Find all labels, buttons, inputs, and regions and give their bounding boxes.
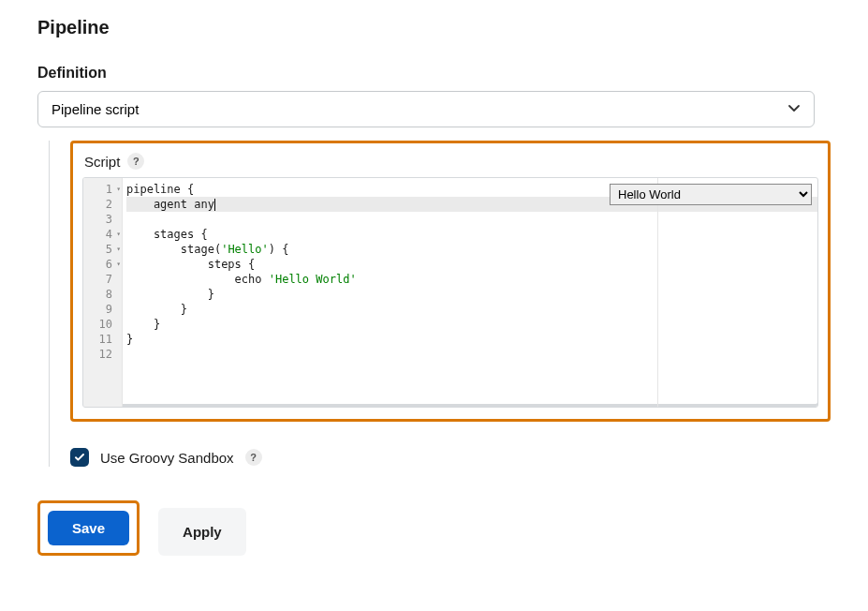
gutter-line: 4 bbox=[83, 227, 122, 242]
definition-select[interactable]: Pipeline script bbox=[37, 91, 815, 127]
code-line[interactable] bbox=[126, 212, 817, 227]
save-button[interactable]: Save bbox=[48, 511, 129, 545]
editor-cursor bbox=[214, 199, 215, 211]
editor-divider bbox=[657, 178, 658, 407]
code-line[interactable]: stage('Hello') { bbox=[126, 242, 817, 257]
code-line[interactable]: } bbox=[126, 287, 817, 302]
save-highlight-box: Save bbox=[37, 500, 140, 556]
gutter-line: 6 bbox=[83, 257, 122, 272]
sandbox-checkbox[interactable] bbox=[70, 448, 89, 467]
script-editor[interactable]: 123456789101112 pipeline { agent any sta… bbox=[82, 177, 818, 408]
code-line[interactable]: } bbox=[126, 302, 817, 317]
code-line[interactable]: echo 'Hello World' bbox=[126, 272, 817, 287]
gutter-line: 11 bbox=[83, 332, 122, 347]
help-icon[interactable]: ? bbox=[245, 449, 262, 466]
gutter-line: 2 bbox=[83, 197, 122, 212]
sandbox-label: Use Groovy Sandbox bbox=[100, 450, 234, 466]
gutter-line: 1 bbox=[83, 182, 122, 197]
sample-script-select[interactable]: Hello World bbox=[610, 184, 812, 205]
gutter-line: 9 bbox=[83, 302, 122, 317]
code-line[interactable]: } bbox=[126, 332, 817, 347]
gutter-line: 8 bbox=[83, 287, 122, 302]
script-highlight-box: Script ? 123456789101112 pipeline { agen… bbox=[70, 141, 831, 422]
code-line[interactable]: steps { bbox=[126, 257, 817, 272]
page-title: Pipeline bbox=[37, 17, 831, 38]
gutter-line: 10 bbox=[83, 317, 122, 332]
gutter-line: 3 bbox=[83, 212, 122, 227]
script-label: Script bbox=[84, 154, 120, 170]
apply-button[interactable]: Apply bbox=[158, 508, 246, 556]
editor-gutter: 123456789101112 bbox=[83, 178, 123, 407]
help-icon[interactable]: ? bbox=[127, 153, 144, 170]
code-line[interactable]: stages { bbox=[126, 227, 817, 242]
code-line[interactable]: } bbox=[126, 317, 817, 332]
editor-code[interactable]: pipeline { agent any stages { stage('Hel… bbox=[123, 178, 817, 407]
definition-label: Definition bbox=[37, 65, 831, 82]
gutter-line: 5 bbox=[83, 242, 122, 257]
code-line[interactable] bbox=[126, 347, 817, 362]
gutter-line: 12 bbox=[83, 347, 122, 362]
gutter-line: 7 bbox=[83, 272, 122, 287]
